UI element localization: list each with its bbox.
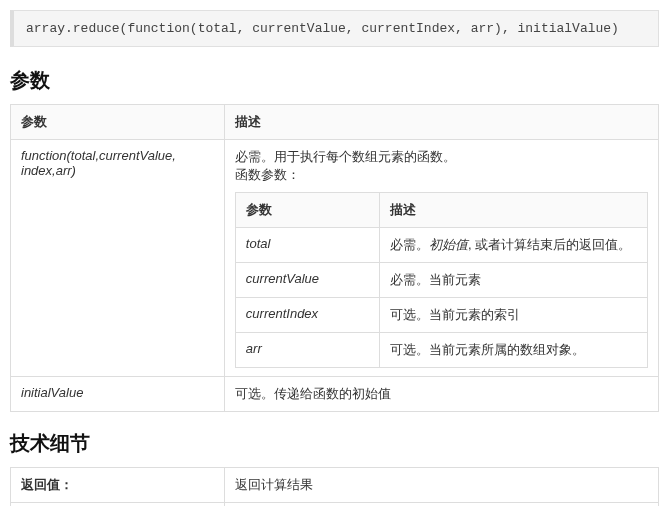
table-row: JavaScript 版本: ECMAScript 3 <box>11 503 659 507</box>
param-name-initialvalue: initialValue <box>11 377 225 412</box>
th-param: 参数 <box>11 105 225 140</box>
nested-desc-currentvalue: 必需。当前元素 <box>380 263 648 298</box>
code-block: array.reduce(function(total, currentValu… <box>10 10 659 47</box>
return-label: 返回值： <box>11 468 225 503</box>
nested-desc-currentindex: 可选。当前元素的索引 <box>380 298 648 333</box>
th-desc: 描述 <box>224 105 658 140</box>
param-name-function: function(total,currentValue, index,arr) <box>11 140 225 377</box>
desc-text: 必需。 <box>390 237 429 252</box>
desc-text: 必需。用于执行每个数组元素的函数。 <box>235 149 456 164</box>
table-row: total 必需。初始值, 或者计算结束后的返回值。 <box>235 228 647 263</box>
params-table: 参数 描述 function(total,currentValue, index… <box>10 104 659 412</box>
nested-desc-arr: 可选。当前元素所属的数组对象。 <box>380 333 648 368</box>
nested-param-arr: arr <box>235 333 379 368</box>
table-row: 返回值： 返回计算结果 <box>11 468 659 503</box>
desc-text: , 或者计算结束后的返回值。 <box>468 237 631 252</box>
param-desc-function: 必需。用于执行每个数组元素的函数。 函数参数： 参数 描述 total 必需 <box>224 140 658 377</box>
th-nested-desc: 描述 <box>380 193 648 228</box>
table-row: currentValue 必需。当前元素 <box>235 263 647 298</box>
params-heading: 参数 <box>10 67 659 94</box>
table-row: currentIndex 可选。当前元素的索引 <box>235 298 647 333</box>
table-row: function(total,currentValue, index,arr) … <box>11 140 659 377</box>
tech-heading: 技术细节 <box>10 430 659 457</box>
table-row: initialValue 可选。传递给函数的初始值 <box>11 377 659 412</box>
desc-italic: 初始值 <box>429 237 468 252</box>
version-value: ECMAScript 3 <box>224 503 658 507</box>
th-nested-param: 参数 <box>235 193 379 228</box>
nested-param-currentindex: currentIndex <box>235 298 379 333</box>
nested-param-total: total <box>235 228 379 263</box>
table-row: arr 可选。当前元素所属的数组对象。 <box>235 333 647 368</box>
param-desc-initialvalue: 可选。传递给函数的初始值 <box>224 377 658 412</box>
tech-details-table: 返回值： 返回计算结果 JavaScript 版本: ECMAScript 3 <box>10 467 659 506</box>
version-label: JavaScript 版本: <box>11 503 225 507</box>
return-value: 返回计算结果 <box>224 468 658 503</box>
desc-text: 函数参数： <box>235 167 300 182</box>
nested-param-currentvalue: currentValue <box>235 263 379 298</box>
nested-params-table: 参数 描述 total 必需。初始值, 或者计算结束后的返回值。 curre <box>235 192 648 368</box>
nested-desc-total: 必需。初始值, 或者计算结束后的返回值。 <box>380 228 648 263</box>
